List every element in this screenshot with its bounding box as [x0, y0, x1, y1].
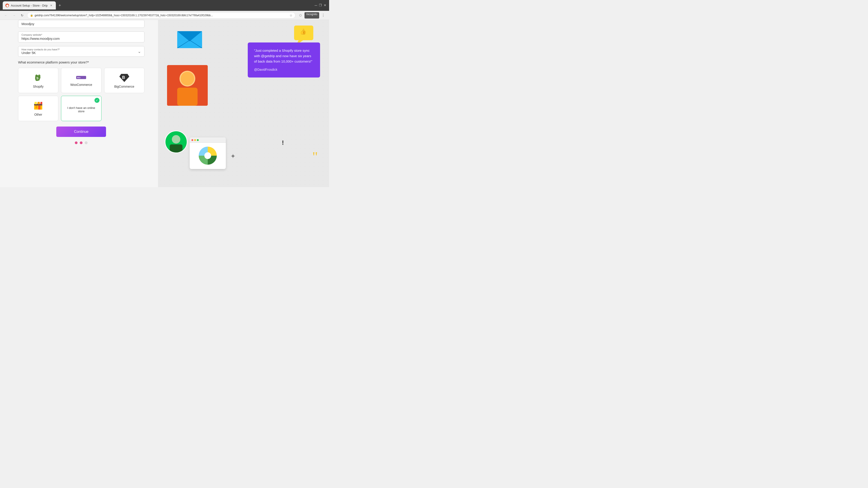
main-content: Moodjoy Company website* https://www.moo… — [0, 20, 329, 187]
svg-text:👍: 👍 — [300, 28, 307, 35]
dot-1 — [75, 141, 78, 144]
svg-rect-12 — [40, 102, 42, 104]
chart-close-dot — [191, 139, 193, 141]
platform-shopify-card[interactable]: S Shopify — [18, 68, 58, 93]
back-button[interactable]: ← — [3, 12, 9, 19]
shopify-label: Shopify — [33, 85, 43, 88]
testimonial-card: "Just completed a Shopify store sync wit… — [248, 42, 320, 77]
right-panel: 👍 "Just completed a Shopify store sync w… — [158, 20, 329, 187]
woman-avatar-icon — [165, 131, 187, 153]
incognito-label: Incognito — [305, 12, 319, 19]
maximize-button[interactable]: ❐ — [319, 3, 322, 7]
menu-button[interactable]: ⋮ — [320, 12, 327, 19]
envelope-icon — [176, 29, 203, 48]
forward-button[interactable]: → — [11, 12, 17, 19]
other-store-icon — [33, 101, 43, 110]
refresh-button[interactable]: ↻ — [19, 12, 25, 19]
company-website-value: https://www.moodjoy.com — [22, 37, 141, 40]
exclamation-decoration: ! — [282, 139, 284, 147]
new-tab-button[interactable]: + — [57, 2, 63, 8]
tab-favicon: ⬤ — [5, 4, 9, 7]
close-window-button[interactable]: ✕ — [324, 3, 327, 7]
tab-title: Account Setup - Store - Drip — [11, 4, 48, 7]
continue-button[interactable]: Continue — [56, 127, 106, 137]
window-controls: ─ ❐ ✕ — [315, 3, 327, 7]
svg-point-27 — [204, 152, 211, 159]
speech-bubble-top: 👍 — [293, 24, 315, 45]
left-panel: Moodjoy Company website* https://www.moo… — [0, 20, 158, 187]
lock-icon: 🔒 — [30, 14, 33, 17]
platform-bigcommerce-card[interactable]: B BigCommerce — [104, 68, 145, 93]
contacts-select-left: How many contacts do you have?* Under 5K — [22, 48, 60, 55]
platform-no-store-card[interactable]: ✓ I don't have an online store — [61, 96, 101, 121]
photo-card-man — [167, 65, 208, 106]
platform-question: What ecommerce platform powers your stor… — [18, 60, 145, 64]
bigcommerce-label: BigCommerce — [114, 85, 134, 88]
chart-minimize-dot — [194, 139, 196, 141]
chart-titlebar — [190, 137, 226, 143]
platform-grid-row1: S Shopify Woo WooCommerce B BigCommerce — [18, 68, 145, 93]
svg-rect-6 — [35, 105, 37, 108]
svg-rect-11 — [37, 102, 40, 104]
decoration-container: 👍 "Just completed a Shopify store sync w… — [158, 20, 329, 187]
dot-2 — [80, 141, 83, 144]
platform-woocommerce-card[interactable]: Woo WooCommerce — [61, 68, 101, 93]
bookmark-icon: ☆ — [289, 13, 292, 17]
svg-rect-26 — [170, 144, 182, 153]
svg-text:S: S — [36, 76, 38, 80]
platform-other-card[interactable]: Other — [18, 96, 58, 121]
svg-rect-22 — [177, 88, 197, 106]
dot-3 — [85, 141, 88, 144]
company-website-label: Company website* — [22, 33, 141, 36]
woocommerce-label: WooCommerce — [70, 83, 92, 87]
chart-body — [190, 143, 226, 168]
sparkle-decoration: ✦ — [230, 153, 236, 160]
contacts-value: Under 5K — [22, 51, 60, 55]
minimize-button[interactable]: ─ — [315, 3, 317, 7]
woman-photo-image — [165, 131, 187, 153]
chevron-down-icon: ⌄ — [138, 49, 141, 54]
shopify-icon: S — [33, 72, 43, 83]
extensions-button[interactable]: ⬡ — [297, 12, 304, 19]
company-name-value: Moodjoy — [22, 22, 141, 26]
photo-card-woman — [165, 131, 187, 153]
testimonial-author-text: @DavidFrosdick — [254, 67, 314, 72]
contacts-dropdown[interactable]: How many contacts do you have?* Under 5K… — [18, 46, 145, 57]
svg-point-25 — [172, 135, 180, 144]
svg-text:B: B — [122, 75, 125, 80]
platform-grid-row2: Other ✓ I don't have an online store — [18, 96, 145, 121]
selected-checkmark: ✓ — [94, 98, 99, 103]
chart-window — [190, 137, 226, 169]
nav-bar: ← → ↻ 🔒 getdrip.com/7641396/welcome/setu… — [0, 11, 329, 20]
quote-marks-decoration: " — [312, 149, 318, 164]
svg-rect-7 — [38, 105, 40, 109]
tab-close-button[interactable]: ✕ — [50, 4, 53, 7]
woocommerce-icon: Woo — [76, 74, 86, 80]
progress-dots — [18, 141, 145, 144]
bigcommerce-icon: B — [119, 72, 129, 83]
svg-point-23 — [181, 72, 194, 86]
envelope-decoration — [176, 29, 203, 48]
url-text: getdrip.com/7641396/welcome/setup/store?… — [35, 14, 288, 17]
svg-text:Woo: Woo — [77, 77, 81, 78]
tab-bar: ⬤ Account Setup - Store - Drip ✕ + — [3, 0, 313, 11]
other-label: Other — [34, 113, 42, 116]
active-tab[interactable]: ⬤ Account Setup - Store - Drip ✕ — [3, 1, 56, 9]
pie-chart-icon — [197, 145, 218, 166]
man-photo-image — [167, 65, 208, 106]
address-bar[interactable]: 🔒 getdrip.com/7641396/welcome/setup/stor… — [27, 12, 296, 19]
browser-chrome: ⬤ Account Setup - Store - Drip ✕ + ─ ❐ ✕ — [0, 0, 329, 11]
company-website-field[interactable]: Company website* https://www.moodjoy.com — [18, 31, 145, 42]
chart-expand-dot — [197, 139, 199, 141]
speech-bubble-top-icon: 👍 — [293, 24, 315, 45]
nav-actions: ⬡ Incognito ⋮ — [297, 12, 327, 19]
man-avatar-icon — [167, 65, 208, 106]
svg-rect-10 — [35, 102, 37, 104]
testimonial-quote-text: "Just completed a Shopify store sync wit… — [254, 48, 314, 64]
contacts-label: How many contacts do you have?* — [22, 48, 60, 51]
no-store-label: I don't have an online store — [65, 106, 97, 113]
company-name-field: Moodjoy — [18, 20, 145, 28]
